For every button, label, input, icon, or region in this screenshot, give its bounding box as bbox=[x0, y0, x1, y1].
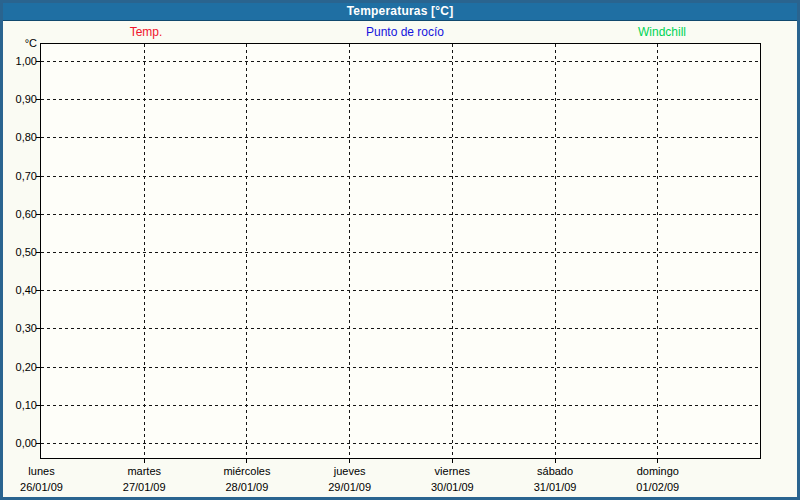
x-axis-date-label: 31/01/09 bbox=[507, 480, 603, 494]
y-axis-label: 0,80 bbox=[3, 130, 37, 144]
x-axis-date-label: 26/01/09 bbox=[0, 480, 90, 494]
y-axis-tick bbox=[36, 252, 41, 253]
x-axis-day-label: domingo bbox=[610, 464, 706, 478]
y-axis-tick bbox=[36, 405, 41, 406]
x-axis-day-label: jueves bbox=[302, 464, 398, 478]
x-axis-day-label: miércoles bbox=[199, 464, 295, 478]
y-axis-tick bbox=[36, 443, 41, 444]
chart-title: Temperaturas [°C] bbox=[347, 4, 454, 18]
x-axis-date-label: 27/01/09 bbox=[96, 480, 192, 494]
x-axis-tick bbox=[144, 459, 145, 463]
x-axis-tick bbox=[349, 459, 350, 463]
y-axis-label: 0,00 bbox=[3, 436, 37, 450]
x-axis-date-label: 28/01/09 bbox=[199, 480, 295, 494]
legend-item-dewpoint: Punto de rocío bbox=[366, 24, 444, 40]
x-axis-tick bbox=[246, 459, 247, 463]
y-axis-unit-label: °C bbox=[3, 36, 37, 50]
x-axis-tick bbox=[657, 459, 658, 463]
y-axis-label: 0,90 bbox=[3, 92, 37, 106]
y-axis-tick bbox=[36, 328, 41, 329]
legend-item-windchill: Windchill bbox=[638, 24, 686, 40]
y-axis-tick bbox=[36, 290, 41, 291]
y-axis-label: 0,40 bbox=[3, 283, 37, 297]
y-axis-label: 0,30 bbox=[3, 321, 37, 335]
y-axis-label: 0,50 bbox=[3, 245, 37, 259]
y-axis-tick bbox=[36, 61, 41, 62]
x-axis-day-label: lunes bbox=[0, 464, 90, 478]
y-axis-label: 0,20 bbox=[3, 360, 37, 374]
x-axis-day-label: martes bbox=[96, 464, 192, 478]
y-axis-tick bbox=[36, 176, 41, 177]
y-axis-tick bbox=[36, 214, 41, 215]
x-axis-day-label: viernes bbox=[404, 464, 500, 478]
plot-area bbox=[40, 43, 761, 459]
y-axis-tick bbox=[36, 367, 41, 368]
x-axis-tick bbox=[555, 459, 556, 463]
legend: Temp.Punto de rocíoWindchill bbox=[3, 24, 797, 40]
chart-content: Temperaturas [°C] Temp.Punto de rocíoWin… bbox=[3, 3, 797, 497]
y-axis-label: 0,10 bbox=[3, 398, 37, 412]
chart-title-bar: Temperaturas [°C] bbox=[3, 3, 797, 21]
x-axis-tick bbox=[452, 459, 453, 463]
x-axis-date-label: 29/01/09 bbox=[302, 480, 398, 494]
y-axis-tick bbox=[36, 137, 41, 138]
y-axis-label: 1,00 bbox=[3, 54, 37, 68]
y-axis-label: 0,70 bbox=[3, 169, 37, 183]
gridlines bbox=[41, 44, 760, 458]
x-axis-day-label: sábado bbox=[507, 464, 603, 478]
chart-window: Temperaturas [°C] Temp.Punto de rocíoWin… bbox=[0, 0, 800, 500]
y-axis-tick bbox=[36, 99, 41, 100]
y-axis-label: 0,60 bbox=[3, 207, 37, 221]
legend-item-temp: Temp. bbox=[130, 24, 163, 40]
x-axis-date-label: 30/01/09 bbox=[404, 480, 500, 494]
x-axis-date-label: 01/02/09 bbox=[610, 480, 706, 494]
